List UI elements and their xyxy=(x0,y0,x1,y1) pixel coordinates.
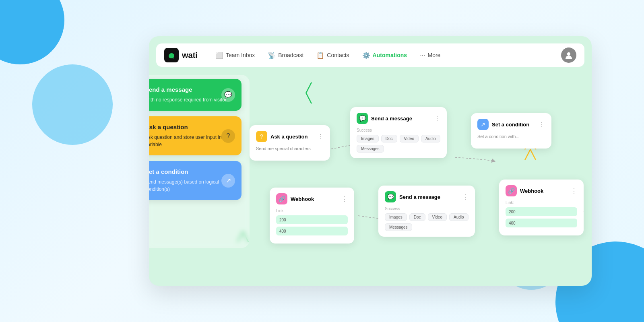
node-webhook-1-bar-400: 400 xyxy=(276,227,348,235)
node-send-message-1-status: Success xyxy=(357,128,440,132)
node-send-message-2-status: Success xyxy=(385,206,469,211)
card-set-condition-title: Set a condition xyxy=(149,168,233,175)
node-webhook-2-bar-200: 200 xyxy=(506,207,577,216)
node-webhook-1: 🔗 Webhook ⋮ Link: 200 400 xyxy=(270,188,354,244)
node-webhook-1-title: Webhook xyxy=(291,196,338,202)
nav-item-automations[interactable]: ⚙️ Automations xyxy=(357,49,413,62)
nav-label-more: More xyxy=(427,52,440,58)
tag-messages: Messages xyxy=(357,145,384,153)
node-webhook-1-bar-200: 200 xyxy=(276,215,348,224)
nav-label-team-inbox: Team Inbox xyxy=(226,52,255,58)
card-send-message-title: Send a message xyxy=(149,86,233,93)
bg-circle-midleft xyxy=(32,64,113,145)
nav-item-team-inbox[interactable]: ⬜ Team Inbox xyxy=(210,49,260,62)
logo: wati xyxy=(164,48,198,62)
card-ask-question-icon: ? xyxy=(221,129,235,143)
node-send-message-1: 💬 Send a message ⋮ Success Images Doc Vi… xyxy=(350,107,447,158)
node-webhook-1-link-label: Link: xyxy=(276,208,348,213)
node-set-condition-menu[interactable]: ⋮ xyxy=(539,121,545,128)
navbar: wati ⬜ Team Inbox 📡 Broadcast 📋 Contacts… xyxy=(156,43,584,67)
cards-panel: Send a message With no response required… xyxy=(149,79,242,206)
nav-items: ⬜ Team Inbox 📡 Broadcast 📋 Contacts ⚙️ A… xyxy=(210,49,561,62)
node-webhook-1-icon: 🔗 xyxy=(276,193,287,204)
node-ask-question-title: Ask a question xyxy=(270,134,314,140)
card-send-message: Send a message With no response required… xyxy=(149,79,242,111)
svg-point-1 xyxy=(567,52,570,56)
contacts-icon: 📋 xyxy=(316,52,324,59)
node-ask-question-menu[interactable]: ⋮ xyxy=(317,133,324,140)
card-set-condition: Set a condition Send message(s) based on… xyxy=(149,161,242,200)
node-webhook-1-menu[interactable]: ⋮ xyxy=(341,195,348,203)
node-set-condition: ↗ Set a condition ⋮ Set a condition with… xyxy=(471,113,551,149)
node-set-condition-icon: ↗ xyxy=(477,119,489,130)
card-send-message-desc: With no response required from visitor xyxy=(149,96,233,103)
node-set-condition-header: ↗ Set a condition ⋮ xyxy=(477,119,545,130)
bg-circle-topleft xyxy=(0,0,64,64)
node-ask-question-icon: ? xyxy=(256,131,267,142)
node-send-message-1-menu[interactable]: ⋮ xyxy=(434,115,440,122)
node-send-message-2-icon: 💬 xyxy=(385,191,396,202)
node-send-message-2: 💬 Send a message ⋮ Success Images Doc Vi… xyxy=(378,186,475,237)
node-send-message-1-title: Send a message xyxy=(371,116,431,122)
automations-icon: ⚙️ xyxy=(362,52,370,59)
tag2-doc: Doc xyxy=(409,213,425,221)
node-send-message-1-header: 💬 Send a message ⋮ xyxy=(357,113,440,124)
tag-audio: Audio xyxy=(421,135,440,142)
card-ask-question-title: Ask a question xyxy=(149,124,233,130)
card-ask-question: Ask a question Ask question and store us… xyxy=(149,116,242,155)
logo-text: wati xyxy=(182,51,198,60)
node-webhook-2-bar-400: 400 xyxy=(506,219,577,227)
canvas-area: Send a message With no response required… xyxy=(149,67,592,279)
tag-video: Video xyxy=(400,135,419,142)
node-webhook-1-header: 🔗 Webhook ⋮ xyxy=(276,193,348,204)
node-ask-question: ? Ask a question ⋮ Send me special chara… xyxy=(250,125,330,161)
node-ask-question-header: ? Ask a question ⋮ xyxy=(256,131,324,142)
node-webhook-2-header: 🔗 Webhook ⋮ xyxy=(506,185,577,196)
node-set-condition-title: Set a condition xyxy=(492,122,535,128)
node-webhook-2-link-label: Link: xyxy=(506,200,577,205)
node-set-condition-subtitle: Set a condition with... xyxy=(477,134,545,139)
nav-label-automations: Automations xyxy=(373,52,407,58)
node-webhook-2-menu[interactable]: ⋮ xyxy=(571,187,577,195)
node-send-message-1-icon: 💬 xyxy=(357,113,368,124)
node-webhook-2-icon: 🔗 xyxy=(506,185,517,196)
tag-doc: Doc xyxy=(381,135,397,142)
broadcast-icon: 📡 xyxy=(268,52,276,59)
node-send-message-1-tags: Images Doc Video Audio Messages xyxy=(357,135,440,153)
node-send-message-2-header: 💬 Send a message ⋮ xyxy=(385,191,469,202)
nav-label-contacts: Contacts xyxy=(327,52,349,58)
node-send-message-2-title: Send a message xyxy=(399,194,459,200)
card-send-message-icon: 💬 xyxy=(221,88,235,102)
inbox-icon: ⬜ xyxy=(215,52,223,59)
spark-top: ╱╲ xyxy=(306,83,311,104)
node-webhook-2-title: Webhook xyxy=(520,188,568,194)
node-webhook-2: 🔗 Webhook ⋮ Link: 200 400 xyxy=(499,180,584,235)
node-ask-question-subtitle: Send me special characters xyxy=(256,146,324,151)
nav-item-broadcast[interactable]: 📡 Broadcast xyxy=(262,49,309,62)
logo-icon xyxy=(164,48,179,62)
card-set-condition-desc: Send message(s) based on logical conditi… xyxy=(149,178,233,193)
nav-item-more[interactable]: ··· More xyxy=(414,49,446,62)
tag2-audio: Audio xyxy=(449,213,469,221)
node-send-message-2-tags: Images Doc Video Audio Messages xyxy=(385,213,469,231)
node-send-message-2-menu[interactable]: ⋮ xyxy=(462,193,469,201)
avatar[interactable] xyxy=(561,47,576,63)
tag2-messages: Messages xyxy=(385,223,412,231)
card-set-condition-icon: ↗ xyxy=(221,174,235,188)
more-icon: ··· xyxy=(420,52,425,59)
app-window: wati ⬜ Team Inbox 📡 Broadcast 📋 Contacts… xyxy=(149,36,592,286)
nav-item-contacts[interactable]: 📋 Contacts xyxy=(311,49,355,62)
card-ask-question-desc: Ask question and store user input in var… xyxy=(149,134,233,148)
tag-images: Images xyxy=(357,135,379,142)
tag2-images: Images xyxy=(385,213,407,221)
nav-label-broadcast: Broadcast xyxy=(278,52,303,58)
tag2-video: Video xyxy=(428,213,447,221)
